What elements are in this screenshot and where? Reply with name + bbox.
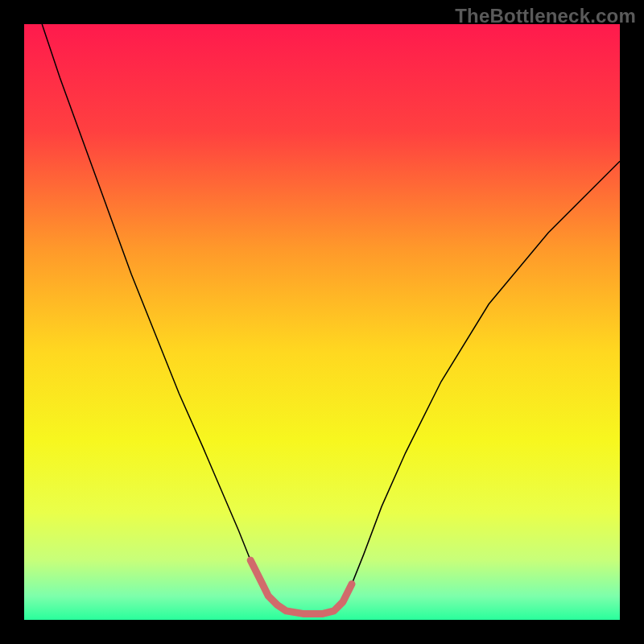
watermark-text: TheBottleneck.com bbox=[455, 5, 636, 27]
chart-frame: TheBottleneck.com bbox=[0, 0, 644, 644]
plot-background bbox=[24, 24, 620, 620]
bottleneck-chart bbox=[0, 0, 644, 644]
